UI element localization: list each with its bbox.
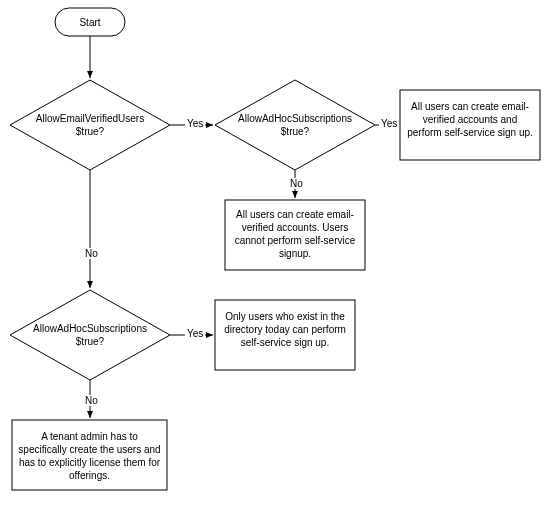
result-all-create-no-selfservice xyxy=(225,200,365,270)
start-node xyxy=(55,8,125,36)
result-existing-only xyxy=(215,300,355,370)
result-admin-required xyxy=(12,420,167,490)
decision-email-verified xyxy=(10,80,170,170)
decision-adhoc-2 xyxy=(10,290,170,380)
decision-adhoc-1 xyxy=(215,80,375,170)
flowchart-canvas xyxy=(0,0,545,505)
result-all-create-selfservice xyxy=(400,90,540,160)
